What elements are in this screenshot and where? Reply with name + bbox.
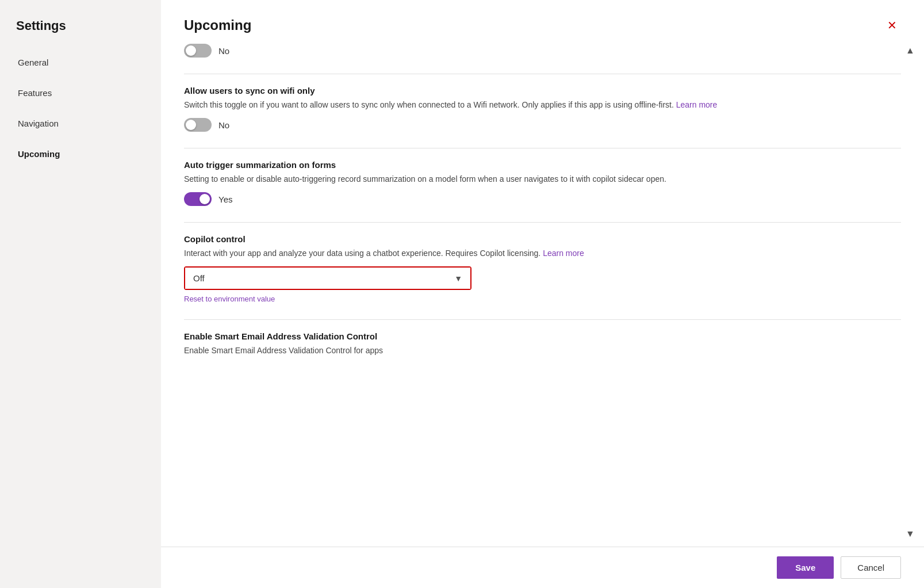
wifi-heading: Allow users to sync on wifi only xyxy=(184,86,901,96)
main-panel: Upcoming ✕ ▲ No Allow users to sync on w… xyxy=(161,0,924,588)
divider-2 xyxy=(184,148,901,148)
cancel-button[interactable]: Cancel xyxy=(841,556,901,579)
settings-content: No Allow users to sync on wifi only Swit… xyxy=(161,44,924,547)
sidebar-title: Settings xyxy=(0,0,161,47)
toggle-label-autotrigger: Yes xyxy=(218,194,232,204)
toggle-row-1: No xyxy=(184,44,901,58)
autotrigger-heading: Auto trigger summarization on forms xyxy=(184,160,901,170)
toggle-row-wifi: No xyxy=(184,118,901,132)
wifi-learn-more[interactable]: Learn more xyxy=(676,100,718,109)
copilot-desc: Interact with your app and analyze your … xyxy=(184,247,901,259)
copilot-heading: Copilot control xyxy=(184,234,901,244)
footer: Save Cancel xyxy=(161,547,924,588)
setting-section-wifi: Allow users to sync on wifi only Switch … xyxy=(184,86,901,132)
setting-section-toggle1: No xyxy=(184,44,901,58)
sidebar-item-upcoming[interactable]: Upcoming xyxy=(0,139,161,169)
toggle-row-autotrigger: Yes xyxy=(184,192,901,206)
scroll-down-arrow[interactable]: ▼ xyxy=(899,525,922,543)
toggle-switch-autotrigger[interactable] xyxy=(184,192,212,206)
setting-section-copilot: Copilot control Interact with your app a… xyxy=(184,234,901,303)
toggle-label-wifi: No xyxy=(218,120,229,130)
save-button[interactable]: Save xyxy=(777,556,834,579)
sidebar-item-general[interactable]: General xyxy=(0,47,161,78)
wifi-desc: Switch this toggle on if you want to all… xyxy=(184,99,901,111)
toggle-switch-wifi[interactable] xyxy=(184,118,212,132)
divider-4 xyxy=(184,319,901,320)
sidebar-item-features[interactable]: Features xyxy=(0,78,161,108)
divider-1 xyxy=(184,74,901,74)
copilot-dropdown-wrapper: Off On Default ▼ xyxy=(184,266,471,290)
copilot-dropdown-inner: Off On Default ▼ xyxy=(185,268,470,289)
close-button[interactable]: ✕ xyxy=(883,16,901,35)
smart-email-desc: Enable Smart Email Address Validation Co… xyxy=(184,345,901,357)
sidebar-nav: General Features Navigation Upcoming xyxy=(0,47,161,169)
page-title: Upcoming xyxy=(184,17,251,33)
toggle-label-1: No xyxy=(218,46,229,56)
main-header: Upcoming ✕ xyxy=(161,0,924,44)
sidebar-item-navigation[interactable]: Navigation xyxy=(0,108,161,139)
copilot-dropdown[interactable]: Off On Default xyxy=(185,268,470,289)
toggle-switch-1[interactable] xyxy=(184,44,212,58)
settings-sidebar: Settings General Features Navigation Upc… xyxy=(0,0,161,588)
setting-section-smart-email: Enable Smart Email Address Validation Co… xyxy=(184,331,901,357)
divider-3 xyxy=(184,222,901,223)
reset-environment-link[interactable]: Reset to environment value xyxy=(184,295,901,303)
setting-section-autotrigger: Auto trigger summarization on forms Sett… xyxy=(184,160,901,206)
copilot-learn-more[interactable]: Learn more xyxy=(543,249,584,258)
smart-email-heading: Enable Smart Email Address Validation Co… xyxy=(184,331,901,341)
autotrigger-desc: Setting to enable or disable auto-trigge… xyxy=(184,173,901,185)
